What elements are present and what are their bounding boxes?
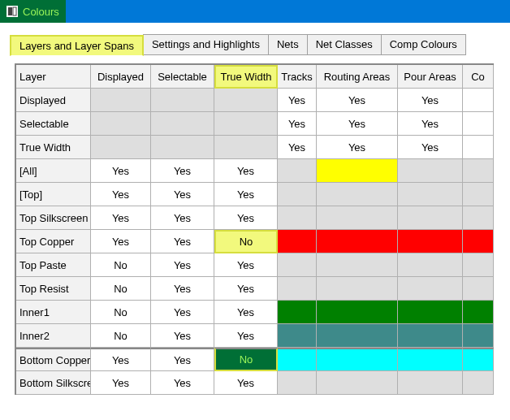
cell-colour-co[interactable] xyxy=(463,371,494,395)
cell-displayed[interactable]: Yes xyxy=(91,371,151,395)
cell-pour[interactable]: Yes xyxy=(398,136,463,159)
cell-displayed[interactable]: No xyxy=(91,253,151,277)
cell-truewidth[interactable]: Yes xyxy=(214,277,278,301)
cell-colour-tracks[interactable] xyxy=(278,277,317,301)
tab-netclasses[interactable]: Net Classes xyxy=(307,34,382,55)
tab-settings[interactable]: Settings and Highlights xyxy=(143,34,269,55)
cell-colour-routing[interactable] xyxy=(317,348,398,371)
cell-colour-routing[interactable] xyxy=(317,253,398,277)
cell-routing[interactable]: Yes xyxy=(317,89,398,112)
cell-pour[interactable]: Yes xyxy=(398,112,463,136)
row-header[interactable]: Displayed xyxy=(16,89,91,112)
col-header-co[interactable]: Co xyxy=(463,65,494,89)
cell-selectable[interactable]: Yes xyxy=(151,348,214,371)
cell-truewidth[interactable] xyxy=(214,89,278,112)
cell-displayed[interactable]: No xyxy=(91,324,151,348)
cell-colour-routing[interactable] xyxy=(317,159,398,183)
cell-truewidth[interactable]: Yes xyxy=(214,253,278,277)
col-header-layer[interactable]: Layer xyxy=(16,65,91,89)
row-header[interactable]: Top Resist xyxy=(16,277,91,301)
cell-selectable[interactable]: Yes xyxy=(151,159,214,183)
row-header[interactable]: Top Copper xyxy=(16,230,91,253)
cell-colour-tracks[interactable] xyxy=(278,324,317,348)
row-header[interactable]: Top Silkscreen xyxy=(16,206,91,230)
row-header[interactable]: Top Paste xyxy=(16,253,91,277)
cell-selectable[interactable]: Yes xyxy=(151,253,214,277)
cell-truewidth[interactable]: Yes xyxy=(214,183,278,206)
cell-truewidth[interactable]: Yes xyxy=(214,324,278,348)
cell-colour-pour[interactable] xyxy=(398,230,463,253)
cell-colour-tracks[interactable] xyxy=(278,301,317,324)
cell-colour-tracks[interactable] xyxy=(278,183,317,206)
cell-selectable[interactable]: Yes xyxy=(151,277,214,301)
col-header-pour[interactable]: Pour Areas xyxy=(398,65,463,89)
cell-colour-routing[interactable] xyxy=(317,301,398,324)
cell-colour-co[interactable] xyxy=(463,206,494,230)
cell-colour-pour[interactable] xyxy=(398,253,463,277)
cell-colour-routing[interactable] xyxy=(317,324,398,348)
cell-colour-routing[interactable] xyxy=(317,277,398,301)
cell-truewidth[interactable]: No xyxy=(214,230,278,253)
row-header[interactable]: [All] xyxy=(16,159,91,183)
cell-routing[interactable]: Yes xyxy=(317,136,398,159)
cell-colour-routing[interactable] xyxy=(317,206,398,230)
row-header[interactable]: [Top] xyxy=(16,183,91,206)
cell-displayed[interactable]: No xyxy=(91,277,151,301)
cell-selectable[interactable]: Yes xyxy=(151,371,214,395)
cell-co[interactable] xyxy=(463,89,494,112)
col-header-displayed[interactable]: Displayed xyxy=(91,65,151,89)
cell-colour-co[interactable] xyxy=(463,159,494,183)
row-header[interactable]: Selectable xyxy=(16,112,91,136)
cell-colour-tracks[interactable] xyxy=(278,371,317,395)
cell-selectable[interactable]: Yes xyxy=(151,301,214,324)
col-header-routing[interactable]: Routing Areas xyxy=(317,65,398,89)
cell-pour[interactable]: Yes xyxy=(398,89,463,112)
cell-displayed[interactable] xyxy=(91,112,151,136)
cell-colour-pour[interactable] xyxy=(398,301,463,324)
cell-colour-tracks[interactable] xyxy=(278,206,317,230)
row-header[interactable]: Inner2 xyxy=(16,324,91,348)
cell-displayed[interactable]: Yes xyxy=(91,159,151,183)
cell-colour-pour[interactable] xyxy=(398,348,463,371)
cell-colour-co[interactable] xyxy=(463,183,494,206)
cell-truewidth[interactable]: Yes xyxy=(214,301,278,324)
cell-truewidth[interactable]: No xyxy=(214,348,278,371)
cell-displayed[interactable]: Yes xyxy=(91,348,151,371)
cell-selectable[interactable]: Yes xyxy=(151,324,214,348)
cell-displayed[interactable]: Yes xyxy=(91,230,151,253)
row-header[interactable]: Bottom Copper xyxy=(16,348,91,371)
cell-colour-co[interactable] xyxy=(463,301,494,324)
cell-tracks[interactable]: Yes xyxy=(278,89,317,112)
row-header[interactable]: Bottom Silkscreen xyxy=(16,371,91,395)
cell-colour-routing[interactable] xyxy=(317,230,398,253)
cell-selectable[interactable] xyxy=(151,112,214,136)
col-header-truewidth[interactable]: True Width xyxy=(214,65,278,89)
cell-colour-tracks[interactable] xyxy=(278,159,317,183)
row-header[interactable]: True Width xyxy=(16,136,91,159)
cell-colour-tracks[interactable] xyxy=(278,348,317,371)
cell-truewidth[interactable]: Yes xyxy=(214,159,278,183)
cell-co[interactable] xyxy=(463,136,494,159)
cell-colour-co[interactable] xyxy=(463,348,494,371)
cell-displayed[interactable]: Yes xyxy=(91,183,151,206)
tab-layers[interactable]: Layers and Layer Spans xyxy=(10,35,144,56)
cell-selectable[interactable]: Yes xyxy=(151,183,214,206)
cell-colour-co[interactable] xyxy=(463,230,494,253)
cell-truewidth[interactable]: Yes xyxy=(214,206,278,230)
col-header-selectable[interactable]: Selectable xyxy=(151,65,214,89)
cell-colour-pour[interactable] xyxy=(398,206,463,230)
cell-colour-co[interactable] xyxy=(463,277,494,301)
cell-colour-tracks[interactable] xyxy=(278,253,317,277)
col-header-tracks[interactable]: Tracks xyxy=(278,65,317,89)
cell-colour-pour[interactable] xyxy=(398,277,463,301)
row-header[interactable]: Inner1 xyxy=(16,301,91,324)
cell-colour-pour[interactable] xyxy=(398,371,463,395)
tab-compcolours[interactable]: Comp Colours xyxy=(381,34,466,55)
cell-displayed[interactable]: No xyxy=(91,301,151,324)
cell-colour-co[interactable] xyxy=(463,324,494,348)
cell-co[interactable] xyxy=(463,112,494,136)
cell-truewidth[interactable] xyxy=(214,112,278,136)
cell-tracks[interactable]: Yes xyxy=(278,112,317,136)
cell-selectable[interactable] xyxy=(151,89,214,112)
cell-colour-routing[interactable] xyxy=(317,371,398,395)
